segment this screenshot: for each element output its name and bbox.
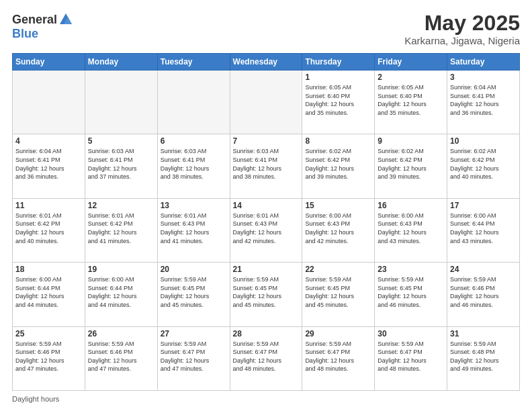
table-row bbox=[157, 71, 230, 134]
logo: General Blue bbox=[12, 12, 73, 41]
day-info: Sunrise: 6:01 AM Sunset: 6:43 PM Dayligh… bbox=[161, 212, 227, 245]
day-info: Sunrise: 6:04 AM Sunset: 6:41 PM Dayligh… bbox=[15, 147, 82, 181]
day-number: 12 bbox=[88, 201, 154, 210]
table-row: 5Sunrise: 6:03 AM Sunset: 6:41 PM Daylig… bbox=[85, 134, 157, 198]
day-number: 1 bbox=[305, 73, 371, 82]
day-number: 13 bbox=[161, 201, 227, 210]
col-thursday: Thursday bbox=[302, 54, 375, 71]
day-info: Sunrise: 6:05 AM Sunset: 6:40 PM Dayligh… bbox=[378, 83, 444, 117]
day-info: Sunrise: 6:01 AM Sunset: 6:43 PM Dayligh… bbox=[233, 212, 300, 245]
day-number: 3 bbox=[450, 73, 517, 82]
day-number: 6 bbox=[161, 136, 227, 146]
table-row: 11Sunrise: 6:01 AM Sunset: 6:42 PM Dayli… bbox=[13, 198, 85, 262]
page: General Blue May 2025 Karkarna, Jigawa, … bbox=[0, 0, 532, 411]
day-info: Sunrise: 6:00 AM Sunset: 6:44 PM Dayligh… bbox=[15, 275, 82, 309]
calendar-header-row: Sunday Monday Tuesday Wednesday Thursday… bbox=[13, 54, 520, 71]
day-number: 30 bbox=[378, 329, 444, 338]
calendar-week-5: 25Sunrise: 5:59 AM Sunset: 6:46 PM Dayli… bbox=[13, 326, 520, 390]
day-info: Sunrise: 5:59 AM Sunset: 6:45 PM Dayligh… bbox=[161, 275, 227, 309]
col-wednesday: Wednesday bbox=[230, 54, 302, 71]
day-number: 4 bbox=[15, 136, 82, 146]
table-row: 28Sunrise: 5:59 AM Sunset: 6:47 PM Dayli… bbox=[230, 326, 302, 390]
logo-blue-text: Blue bbox=[12, 27, 38, 41]
table-row: 23Sunrise: 5:59 AM Sunset: 6:45 PM Dayli… bbox=[375, 263, 447, 326]
logo-icon bbox=[58, 12, 73, 27]
table-row bbox=[230, 71, 302, 134]
day-info: Sunrise: 6:05 AM Sunset: 6:40 PM Dayligh… bbox=[305, 83, 371, 117]
table-row: 31Sunrise: 5:59 AM Sunset: 6:48 PM Dayli… bbox=[447, 326, 520, 390]
col-monday: Monday bbox=[85, 54, 157, 71]
day-number: 14 bbox=[233, 201, 300, 210]
calendar-table: Sunday Monday Tuesday Wednesday Thursday… bbox=[12, 53, 520, 391]
day-info: Sunrise: 5:59 AM Sunset: 6:45 PM Dayligh… bbox=[233, 275, 300, 309]
day-info: Sunrise: 6:00 AM Sunset: 6:43 PM Dayligh… bbox=[305, 212, 371, 245]
table-row: 17Sunrise: 6:00 AM Sunset: 6:44 PM Dayli… bbox=[447, 198, 520, 262]
day-number: 17 bbox=[450, 201, 517, 210]
table-row: 1Sunrise: 6:05 AM Sunset: 6:40 PM Daylig… bbox=[302, 71, 375, 134]
day-number: 27 bbox=[161, 329, 227, 338]
day-number: 22 bbox=[305, 265, 371, 274]
table-row: 8Sunrise: 6:02 AM Sunset: 6:42 PM Daylig… bbox=[302, 134, 375, 198]
day-number: 19 bbox=[88, 265, 154, 274]
calendar-week-4: 18Sunrise: 6:00 AM Sunset: 6:44 PM Dayli… bbox=[13, 263, 520, 326]
col-tuesday: Tuesday bbox=[157, 54, 230, 71]
day-number: 29 bbox=[305, 329, 371, 338]
day-number: 25 bbox=[15, 329, 82, 338]
day-info: Sunrise: 6:02 AM Sunset: 6:42 PM Dayligh… bbox=[450, 147, 517, 181]
day-info: Sunrise: 5:59 AM Sunset: 6:47 PM Dayligh… bbox=[233, 340, 300, 373]
day-info: Sunrise: 5:59 AM Sunset: 6:47 PM Dayligh… bbox=[161, 340, 227, 373]
day-info: Sunrise: 6:00 AM Sunset: 6:44 PM Dayligh… bbox=[88, 275, 154, 309]
month-title: May 2025 bbox=[404, 12, 520, 34]
day-info: Sunrise: 6:00 AM Sunset: 6:43 PM Dayligh… bbox=[378, 212, 444, 245]
table-row: 19Sunrise: 6:00 AM Sunset: 6:44 PM Dayli… bbox=[85, 263, 157, 326]
day-number: 26 bbox=[88, 329, 154, 338]
day-info: Sunrise: 5:59 AM Sunset: 6:46 PM Dayligh… bbox=[450, 275, 517, 309]
day-number: 18 bbox=[15, 265, 82, 274]
day-info: Sunrise: 6:00 AM Sunset: 6:44 PM Dayligh… bbox=[450, 212, 517, 245]
day-number: 8 bbox=[305, 136, 371, 146]
table-row: 20Sunrise: 5:59 AM Sunset: 6:45 PM Dayli… bbox=[157, 263, 230, 326]
day-info: Sunrise: 6:03 AM Sunset: 6:41 PM Dayligh… bbox=[233, 147, 300, 181]
day-info: Sunrise: 6:01 AM Sunset: 6:42 PM Dayligh… bbox=[88, 212, 154, 245]
footer-text: Daylight hours bbox=[12, 395, 59, 403]
table-row: 6Sunrise: 6:03 AM Sunset: 6:41 PM Daylig… bbox=[157, 134, 230, 198]
day-number: 24 bbox=[450, 265, 517, 274]
table-row: 7Sunrise: 6:03 AM Sunset: 6:41 PM Daylig… bbox=[230, 134, 302, 198]
table-row: 14Sunrise: 6:01 AM Sunset: 6:43 PM Dayli… bbox=[230, 198, 302, 262]
day-number: 15 bbox=[305, 201, 371, 210]
day-info: Sunrise: 5:59 AM Sunset: 6:45 PM Dayligh… bbox=[378, 275, 444, 309]
table-row: 12Sunrise: 6:01 AM Sunset: 6:42 PM Dayli… bbox=[85, 198, 157, 262]
table-row: 16Sunrise: 6:00 AM Sunset: 6:43 PM Dayli… bbox=[375, 198, 447, 262]
calendar-week-1: 1Sunrise: 6:05 AM Sunset: 6:40 PM Daylig… bbox=[13, 71, 520, 134]
table-row: 21Sunrise: 5:59 AM Sunset: 6:45 PM Dayli… bbox=[230, 263, 302, 326]
table-row: 25Sunrise: 5:59 AM Sunset: 6:46 PM Dayli… bbox=[13, 326, 85, 390]
table-row: 9Sunrise: 6:02 AM Sunset: 6:42 PM Daylig… bbox=[375, 134, 447, 198]
table-row: 4Sunrise: 6:04 AM Sunset: 6:41 PM Daylig… bbox=[13, 134, 85, 198]
table-row bbox=[13, 71, 85, 134]
day-info: Sunrise: 5:59 AM Sunset: 6:47 PM Dayligh… bbox=[378, 340, 444, 373]
logo-general-text: General bbox=[12, 13, 57, 27]
day-number: 7 bbox=[233, 136, 300, 146]
day-number: 21 bbox=[233, 265, 300, 274]
day-number: 11 bbox=[15, 201, 82, 210]
day-number: 5 bbox=[88, 136, 154, 146]
table-row: 22Sunrise: 5:59 AM Sunset: 6:45 PM Dayli… bbox=[302, 263, 375, 326]
day-info: Sunrise: 6:02 AM Sunset: 6:42 PM Dayligh… bbox=[305, 147, 371, 181]
header: General Blue May 2025 Karkarna, Jigawa, … bbox=[12, 12, 520, 46]
table-row: 24Sunrise: 5:59 AM Sunset: 6:46 PM Dayli… bbox=[447, 263, 520, 326]
day-number: 31 bbox=[450, 329, 517, 338]
table-row: 15Sunrise: 6:00 AM Sunset: 6:43 PM Dayli… bbox=[302, 198, 375, 262]
table-row bbox=[85, 71, 157, 134]
col-saturday: Saturday bbox=[447, 54, 520, 71]
col-friday: Friday bbox=[375, 54, 447, 71]
location-title: Karkarna, Jigawa, Nigeria bbox=[404, 35, 520, 46]
day-number: 20 bbox=[161, 265, 227, 274]
footer: Daylight hours bbox=[12, 395, 520, 403]
day-number: 2 bbox=[378, 73, 444, 82]
table-row: 2Sunrise: 6:05 AM Sunset: 6:40 PM Daylig… bbox=[375, 71, 447, 134]
table-row: 26Sunrise: 5:59 AM Sunset: 6:46 PM Dayli… bbox=[85, 326, 157, 390]
day-number: 16 bbox=[378, 201, 444, 210]
table-row: 30Sunrise: 5:59 AM Sunset: 6:47 PM Dayli… bbox=[375, 326, 447, 390]
day-info: Sunrise: 5:59 AM Sunset: 6:46 PM Dayligh… bbox=[15, 340, 82, 373]
calendar-body: 1Sunrise: 6:05 AM Sunset: 6:40 PM Daylig… bbox=[13, 71, 520, 391]
